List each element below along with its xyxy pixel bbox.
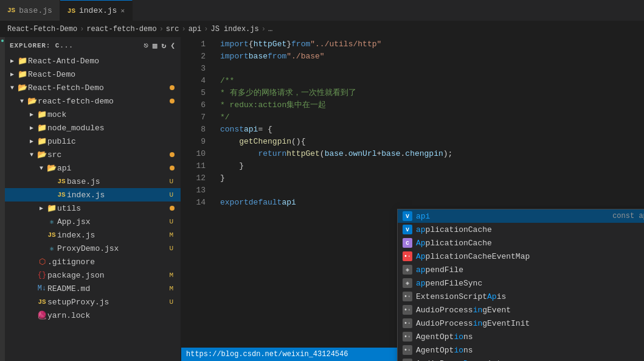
tree-item-readme[interactable]: ▶ M↓ README.md M xyxy=(5,282,181,295)
autocomplete-item-applicationcacheeventmap[interactable]: •◦ ApplicationCacheEventMap xyxy=(398,250,644,263)
chevron-right-icon: ▶ xyxy=(27,138,36,145)
code-line-14: export default api xyxy=(220,197,644,209)
breadcrumb-part-6[interactable]: … xyxy=(268,25,272,33)
chevron-down-icon: ▼ xyxy=(17,98,27,105)
tree-item-label: React-Antd-Demo xyxy=(28,57,178,66)
breadcrumb-part-4[interactable]: api xyxy=(189,25,202,33)
tab-index-js[interactable]: JS index.js ✕ xyxy=(60,0,133,21)
autocomplete-item-applicationcache[interactable]: c ApplicationCache xyxy=(398,236,644,250)
tree-item-base-js[interactable]: ▶ JS base.js U xyxy=(5,175,181,188)
tree-item-gitignore[interactable]: ▶ ⬡ .gitignore xyxy=(5,255,181,268)
tree-item-label: mock xyxy=(47,110,178,119)
close-tab-button[interactable]: ✕ xyxy=(120,7,125,15)
file-status-badge: M xyxy=(169,272,178,279)
autocomplete-label: ExtensionScriptApis xyxy=(416,292,644,301)
js-file-icon: JS xyxy=(7,7,15,14)
git-file-icon: ⬡ xyxy=(36,257,47,267)
chevron-right-icon: ▶ xyxy=(7,71,17,78)
breadcrumb-sep-2: › xyxy=(159,25,164,33)
tree-item-index-js-src[interactable]: ▶ JS index.js M xyxy=(5,228,181,242)
file-status-badge: U xyxy=(169,218,178,225)
breadcrumb-part-3[interactable]: src xyxy=(166,25,179,33)
collapse-all-icon[interactable]: ❮ xyxy=(170,41,176,51)
jsx-file-icon: ⚛ xyxy=(46,218,57,226)
code-line-1: import { httpGet } from "../utils/http" xyxy=(220,38,644,51)
autocomplete-type: const api: { } xyxy=(612,212,644,220)
js-file-icon: JS xyxy=(56,178,67,185)
refresh-icon[interactable]: ↻ xyxy=(162,41,167,51)
chevron-down-icon: ▼ xyxy=(27,152,36,158)
tree-item-label: .gitignore xyxy=(47,258,178,267)
tree-item-mock[interactable]: ▶ 📁 mock xyxy=(5,108,181,121)
class-icon: •◦ xyxy=(403,345,412,355)
modified-dot xyxy=(170,85,175,90)
tree-item-src[interactable]: ▼ 📂 src xyxy=(5,148,181,161)
tree-item-api[interactable]: ▼ 📂 api xyxy=(5,161,181,175)
status-bar-url[interactable]: https://blog.csdn.net/weixin_43124546 xyxy=(186,350,348,359)
breadcrumb-sep-4: › xyxy=(204,25,208,33)
autocomplete-label: applicationCache xyxy=(416,225,644,234)
autocomplete-item-appendfilesync[interactable]: ◈ appendFileSync xyxy=(398,276,644,290)
tree-item-public[interactable]: ▶ 📁 public xyxy=(5,135,181,148)
variable-icon: v xyxy=(403,211,412,221)
tree-item-label: base.js xyxy=(67,177,169,186)
variable-icon: v xyxy=(403,225,412,234)
tree-item-react-demo[interactable]: ▶ 📁 React-Demo xyxy=(5,68,181,81)
autocomplete-item-applicationcache-lower[interactable]: v applicationCache xyxy=(398,223,644,236)
autocomplete-label: AudioProcessingEvent xyxy=(416,306,644,315)
modified-dot xyxy=(170,206,175,211)
breadcrumb-part-1[interactable]: React-Fetch-Demo xyxy=(7,25,77,33)
tree-item-react-fetch-demo-inner[interactable]: ▼ 📂 react-fetch-demo xyxy=(5,94,181,108)
explorer-title: EXPLORER: C... xyxy=(10,42,74,49)
autocomplete-item-audioprocessingeventinit[interactable]: •◦ AudioProcessingEventInit xyxy=(398,317,644,330)
tree-item-react-fetch-demo[interactable]: ▼ 📂 React-Fetch-Demo xyxy=(5,81,181,94)
tree-item-label: README.md xyxy=(47,284,169,293)
tree-item-setup-proxy[interactable]: ▶ JS setupProxy.js U xyxy=(5,295,181,309)
breadcrumb-part-5[interactable]: JS index.js xyxy=(210,25,258,33)
new-folder-icon[interactable]: ▩ xyxy=(153,41,158,51)
autocomplete-label: ApplicationCacheEventMap xyxy=(416,252,644,261)
tab-base-js[interactable]: JS base.js xyxy=(0,0,60,21)
autocomplete-label: AgentOptions xyxy=(416,346,644,355)
tree-item-node-modules[interactable]: ▶ 📁 node_modules xyxy=(5,121,181,135)
autocomplete-item-appendfile[interactable]: ◈ appendFile xyxy=(398,263,644,276)
autocomplete-dropdown[interactable]: v api const api: { } ℹ v applicationCach… xyxy=(397,209,644,361)
tree-item-proxy-demo[interactable]: ▶ ⚛ ProxyDemo.jsx U xyxy=(5,242,181,255)
autocomplete-item-audioparamdescriptor[interactable]: •◦ AudioParamDescriptor xyxy=(398,357,644,361)
modified-dot xyxy=(170,166,175,170)
breadcrumb-sep-3: › xyxy=(181,25,185,33)
variable-icon: •◦ xyxy=(403,292,412,301)
class-icon: •◦ xyxy=(403,359,412,361)
tree-item-index-js[interactable]: ▶ JS index.js U xyxy=(5,188,181,202)
yarn-file-icon: 🧶 xyxy=(36,310,47,320)
new-file-icon[interactable]: ⎋ xyxy=(144,41,149,51)
tree-item-yarn-lock[interactable]: ▶ 🧶 yarn.lock xyxy=(5,309,181,322)
active-indicator-dot xyxy=(1,40,4,42)
tree-item-react-antd-demo[interactable]: ▶ 📁 React-Antd-Demo xyxy=(5,54,181,68)
chevron-down-icon: ▼ xyxy=(36,165,46,172)
chevron-right-icon: ▶ xyxy=(27,124,36,131)
tree-item-app-jsx[interactable]: ▶ ⚛ App.jsx U xyxy=(5,215,181,228)
code-line-10: return httpGet(base.ownUrl + base.chengp… xyxy=(220,148,644,160)
autocomplete-item-extensionscriptapis[interactable]: •◦ ExtensionScriptApis xyxy=(398,290,644,303)
method-icon: ◈ xyxy=(403,265,412,275)
js-file-icon: JS xyxy=(46,231,57,239)
autocomplete-label: ApplicationCache xyxy=(416,239,644,248)
tab-index-js-label: index.js xyxy=(79,6,117,15)
chevron-right-icon: ▶ xyxy=(27,111,36,118)
folder-icon: 📁 xyxy=(46,203,57,213)
class-icon: •◦ xyxy=(403,318,412,328)
autocomplete-item-agentoptions-1[interactable]: •◦ AgentOptions xyxy=(398,330,644,343)
breadcrumb-part-2[interactable]: react-fetch-demo xyxy=(86,25,156,33)
line-numbers: 12345 678910 11121314 xyxy=(181,37,210,348)
code-line-7: */ xyxy=(220,111,644,124)
json-file-icon: {} xyxy=(36,271,47,279)
modified-dot xyxy=(170,152,175,157)
file-status-badge: U xyxy=(169,191,178,198)
autocomplete-item-api[interactable]: v api const api: { } ℹ xyxy=(398,209,644,223)
code-line-4: /** xyxy=(220,75,644,87)
autocomplete-item-audioprocessingevent[interactable]: •◦ AudioProcessingEvent xyxy=(398,303,644,317)
tree-item-utils[interactable]: ▶ 📁 utils xyxy=(5,202,181,215)
tree-item-package-json[interactable]: ▶ {} package.json M xyxy=(5,268,181,282)
autocomplete-item-agentoptions-2[interactable]: •◦ AgentOptions xyxy=(398,343,644,357)
